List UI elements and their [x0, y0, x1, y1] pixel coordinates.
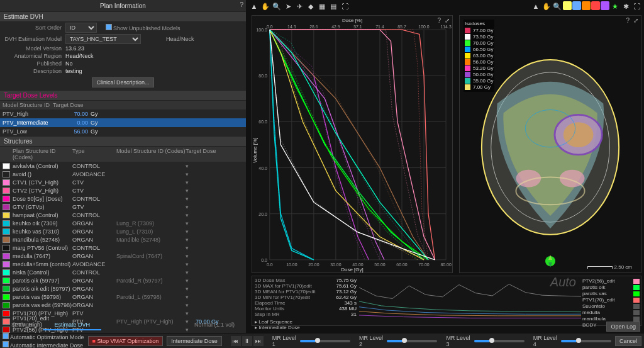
structure-swatch[interactable] — [3, 212, 10, 218]
structure-row[interactable]: CTV1 (CTV_High) CTV ▾ — [0, 178, 246, 186]
compass-icon[interactable] — [543, 254, 558, 269]
chevron-down-icon[interactable]: ▾ — [186, 261, 192, 267]
ct-panel[interactable]: Isodoses 77.00 Gy73.50 Gy70.00 Gy66.50 G… — [459, 15, 641, 273]
dvh-expand-icon[interactable]: ⤢ — [445, 17, 450, 24]
chevron-down-icon[interactable]: ▾ — [186, 286, 192, 292]
legend-item[interactable]: parotis oik — [582, 284, 640, 290]
structure-row[interactable]: marg PTV56 (Control) CONTROL ▾ — [0, 244, 246, 252]
chevron-down-icon[interactable]: ▾ — [186, 188, 192, 194]
structure-swatch[interactable] — [3, 294, 10, 300]
pause-icon[interactable]: ⏸ — [242, 336, 252, 346]
mr-level-slider[interactable]: MR Level 4 — [533, 335, 611, 347]
structure-swatch[interactable] — [3, 237, 10, 243]
send-icon[interactable]: ✈ — [294, 1, 304, 11]
structure-swatch[interactable] — [3, 269, 10, 276]
structure-row[interactable]: niska (Control) CONTROL ▾ — [0, 268, 246, 276]
chevron-down-icon[interactable]: ▾ — [186, 245, 192, 251]
mr-level-slider[interactable]: MR Level 2 — [359, 335, 437, 347]
structure-swatch[interactable] — [3, 196, 10, 202]
clinical-description-button[interactable]: Clinical Description... — [92, 77, 153, 87]
dvh-panel[interactable]: Dose [%] 0.014.328.642.957.171.485.7100.… — [252, 15, 453, 273]
structure-swatch[interactable] — [3, 286, 10, 292]
chevron-down-icon[interactable]: ▾ — [186, 269, 192, 276]
chart-icon[interactable]: ▦ — [317, 1, 327, 11]
structure-row[interactable]: medulla+5mm (control) AVOIDANCE ▾ — [0, 260, 246, 268]
structure-row[interactable]: CTV2 (CTV_High) CTV ▾ — [0, 186, 246, 194]
legend-item[interactable]: PTV1(70)_edit — [582, 297, 640, 303]
color-y-icon[interactable] — [563, 1, 572, 10]
ct-expand-icon[interactable]: ⤢ — [633, 17, 638, 24]
chevron-down-icon[interactable]: ▾ — [186, 228, 192, 235]
show-unpublished-check[interactable]: Show Unpublished Models — [106, 24, 180, 31]
structure-row[interactable]: parotis oik (59797) ORGAN Parotid_R (597… — [0, 276, 246, 284]
legend-item[interactable]: medulla — [582, 310, 640, 315]
legend-item[interactable]: parotis vas — [582, 291, 640, 296]
structure-row[interactable]: hampaat (Control) CONTROL ▾ — [0, 211, 246, 219]
color-b-icon[interactable] — [572, 1, 581, 10]
structure-row[interactable]: parotis vas edit (59798) ORGAN ▾ — [0, 301, 246, 309]
structure-row[interactable]: GTV (GTVp) GTV ▾ — [0, 203, 246, 211]
stop-vmat-button[interactable]: ■ Stop VMAT Optimization — [88, 336, 164, 346]
chevron-down-icon[interactable]: ▾ — [186, 196, 192, 202]
table-icon[interactable]: ▤ — [328, 1, 338, 11]
chevron-down-icon[interactable]: ▾ — [186, 212, 192, 218]
structure-swatch[interactable] — [3, 253, 10, 259]
structure-row[interactable]: aivkalvta (Control) CONTROL ▾ — [0, 162, 246, 170]
structure-row[interactable]: mandibula (52748) ORGAN Mandible (52748)… — [0, 235, 246, 244]
structure-row[interactable]: keuhko oik (7309) ORGAN Lung_R (7309) ▾ — [0, 219, 246, 227]
structure-swatch[interactable] — [3, 163, 10, 169]
chevron-down-icon[interactable]: ▾ — [186, 237, 192, 243]
chevron-down-icon[interactable]: ▾ — [186, 204, 192, 210]
chevron-down-icon[interactable]: ▾ — [186, 253, 192, 259]
open-log-button[interactable]: Open Log — [606, 322, 640, 332]
hand2-icon[interactable]: ✋ — [541, 1, 552, 11]
structure-swatch[interactable] — [3, 261, 10, 267]
structure-swatch[interactable] — [3, 310, 10, 317]
legend-item[interactable]: Suuontelo — [582, 303, 640, 309]
structure-swatch[interactable] — [3, 188, 10, 194]
chevron-down-icon[interactable]: ▾ — [186, 179, 192, 186]
tdl-row[interactable]: PTV_Low56.00Gy — [0, 127, 246, 136]
zoom2-icon[interactable]: 🔍 — [552, 1, 562, 11]
tdl-row[interactable]: PTV_High70.00Gy — [0, 109, 246, 118]
int-dose-toggle[interactable]: ▸ Intermediate Dose — [255, 325, 300, 330]
tdl-row[interactable]: PTV_Intermediate0.00Gy — [0, 118, 246, 127]
auto-int-check[interactable]: Automatic Intermediate Dose — [3, 341, 84, 348]
chevron-down-icon[interactable]: ▾ — [186, 294, 192, 300]
cancel-button[interactable]: Cancel — [615, 336, 641, 346]
chevron-down-icon[interactable]: ▾ — [186, 310, 192, 317]
ct-help-icon[interactable]: ? — [626, 17, 630, 24]
pointer-icon[interactable]: ▲ — [249, 1, 259, 11]
fullscreen-icon[interactable]: ⛶ — [631, 1, 641, 11]
hand-icon[interactable]: ✋ — [260, 1, 270, 11]
structure-row[interactable]: parotis vas (59798) ORGAN Parotid_L (597… — [0, 293, 246, 301]
chevron-down-icon[interactable]: ▾ — [186, 302, 192, 308]
sort-order-select[interactable]: ID — [65, 23, 97, 33]
chevron-down-icon[interactable]: ▾ — [186, 171, 192, 177]
legend-item[interactable]: PTV2(56)_edit — [582, 278, 640, 284]
expand-icon[interactable]: ⛶ — [340, 1, 350, 11]
pointer2-icon[interactable]: ▲ — [531, 1, 541, 11]
color-r-icon[interactable] — [591, 1, 600, 10]
mr-level-slider[interactable]: MR Level 3 — [446, 335, 524, 347]
diamond-icon[interactable]: ◆ — [306, 1, 316, 11]
person-icon[interactable]: ✱ — [621, 1, 631, 11]
chevron-down-icon[interactable]: ▾ — [186, 163, 192, 169]
est-model-select[interactable]: TAYS_HNC_TEST — [65, 34, 141, 44]
structure-swatch[interactable] — [3, 171, 10, 177]
intermediate-dose-button[interactable]: Intermediate Dose — [167, 336, 222, 346]
chevron-down-icon[interactable]: ▾ — [186, 278, 192, 284]
structure-row[interactable]: medulla (7647) ORGAN SpinalCord (7647) ▾ — [0, 252, 246, 260]
help-icon[interactable]: ? — [240, 1, 243, 8]
dvh-help-icon[interactable]: ? — [437, 17, 441, 24]
structure-row[interactable]: parotis oik edit (59797) ORGAN ▾ — [0, 284, 246, 293]
convergence-plot[interactable]: Auto — [359, 276, 581, 325]
auto-opt-check[interactable]: Automatic Optimization Mode — [3, 333, 84, 340]
structure-swatch[interactable] — [3, 228, 10, 235]
leaf-seq-toggle[interactable]: ▸ Leaf Sequence — [255, 319, 292, 325]
tab-estimate-dvh[interactable]: Estimate DVH — [43, 320, 102, 330]
structure-swatch[interactable] — [3, 220, 10, 227]
star-icon[interactable]: ★ — [610, 1, 620, 11]
arrow-icon[interactable]: ➤ — [283, 1, 293, 11]
structure-swatch[interactable] — [3, 179, 10, 186]
